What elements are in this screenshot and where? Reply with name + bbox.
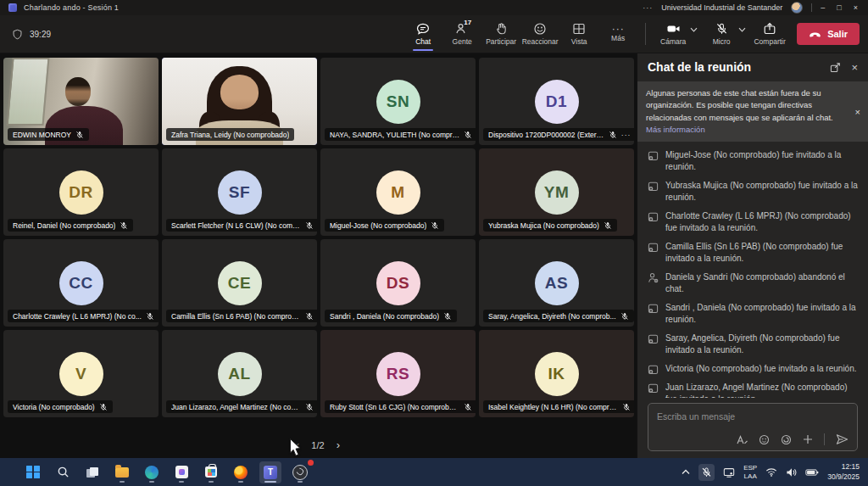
attach-plus-icon[interactable]	[803, 434, 813, 444]
wifi-icon[interactable]	[765, 467, 777, 477]
participant-name-label: Camilla Ellis (Sn L6 PAB) (No comproba..…	[166, 310, 317, 322]
system-message: Yubraska Mujica (No comprobado) fue invi…	[648, 180, 858, 204]
participant-tile[interactable]: CCCharlotte Crawley (L L6 MPRJ) (No co..…	[3, 239, 159, 327]
maximize-button[interactable]: □	[837, 3, 841, 12]
tray-cast-icon[interactable]	[723, 467, 735, 478]
smiley-icon	[533, 22, 547, 36]
participant-avatar: CE	[218, 261, 262, 305]
sticker-icon[interactable]	[781, 434, 792, 445]
participant-name-label: Dispositivo 1720DP000002 (Extern...···	[483, 128, 634, 141]
system-message: Daniela y Sandri (No comprobado) abandon…	[648, 271, 858, 295]
participant-tile[interactable]: SFScarlett Fletcher (N L6 CLW) (No comp.…	[162, 148, 317, 236]
share-button[interactable]: Compartir	[751, 17, 788, 51]
keyboard-layout[interactable]: ESPLAA	[743, 464, 757, 481]
account-name[interactable]: Universidad Industrial de Santander	[661, 3, 782, 12]
participant-tile[interactable]: CECamilla Ellis (Sn L6 PAB) (No comproba…	[162, 239, 317, 327]
battery-icon[interactable]	[805, 468, 819, 477]
send-icon[interactable]	[836, 433, 849, 445]
minimize-button[interactable]: –	[821, 3, 825, 12]
popout-chat-icon[interactable]	[830, 62, 841, 73]
tile-more-icon[interactable]: ···	[621, 131, 632, 139]
more-button[interactable]: ··· Más	[599, 17, 637, 51]
snipping-tool-icon[interactable]	[170, 461, 192, 483]
chat-button[interactable]: Chat	[404, 17, 442, 51]
participant-avatar: RS	[376, 352, 420, 396]
raise-hand-button[interactable]: Participar	[482, 17, 520, 51]
account-avatar[interactable]	[791, 2, 803, 14]
participant-tile[interactable]: MMiguel-Jose (No comprobado)	[320, 148, 476, 236]
chat-message-list[interactable]: Miguel-Jose (No comprobado) fue invitado…	[637, 142, 868, 398]
message-input-placeholder: Escriba un mensaje	[657, 411, 849, 422]
tray-mic-muted-icon[interactable]	[698, 464, 715, 481]
invite-icon	[648, 303, 659, 314]
participant-name-label: Saray, Angelica, Diyireth (No comprob...	[483, 310, 634, 322]
teams-app-icon	[8, 3, 17, 12]
participant-tile[interactable]: RSRuby Stott (Sn L6 CJG) (No comprobad..…	[320, 330, 476, 417]
participant-tile[interactable]: SNNAYA, SANDRA, YULIETH (No compro...	[320, 58, 476, 145]
mic-muted-icon	[431, 221, 439, 230]
store-icon[interactable]	[200, 461, 222, 483]
participant-tile[interactable]: VVictoria (No comprobado)	[3, 330, 159, 417]
mic-button[interactable]: Micro	[703, 17, 740, 51]
close-button[interactable]: ×	[854, 3, 858, 12]
page-next-icon[interactable]: ›	[337, 439, 340, 451]
format-icon[interactable]	[736, 434, 748, 445]
start-button[interactable]	[22, 461, 44, 483]
participant-tile[interactable]: YMYubraska Mujica (No comprobado)	[479, 148, 634, 236]
view-button[interactable]: Vista	[560, 17, 598, 51]
leave-button[interactable]: Salir	[797, 23, 860, 45]
participant-tile[interactable]: IKIsabel Keightley (N L6 HR) (No compro.…	[479, 330, 634, 417]
participant-tile[interactable]: EDWIN MONROY	[3, 58, 159, 145]
ellipsis-icon: ···	[612, 25, 625, 32]
shield-icon	[12, 29, 23, 40]
participant-avatar: SN	[376, 80, 420, 124]
task-view-icon[interactable]	[81, 461, 103, 483]
message-input[interactable]: Escriba un mensaje	[648, 403, 858, 451]
invite-icon	[648, 150, 659, 161]
mic-muted-icon	[464, 403, 472, 411]
participant-avatar: M	[376, 170, 420, 215]
system-message: Victoria (No comprobado) fue invitado a …	[648, 363, 858, 375]
teams-taskbar-icon[interactable]: T	[259, 461, 281, 483]
edge-icon[interactable]	[141, 461, 163, 483]
invite-icon	[648, 242, 659, 253]
search-icon[interactable]	[52, 461, 74, 483]
system-message: Camilla Ellis (Sn L6 PAB) (No comprobado…	[648, 241, 858, 265]
mic-muted-icon	[305, 312, 314, 321]
participant-tile[interactable]: D1Dispositivo 1720DP000002 (Extern...···	[479, 58, 634, 145]
participant-tile[interactable]: DSSandri , Daniela (No comprobado)	[320, 239, 476, 327]
divider	[811, 3, 812, 12]
file-explorer-icon[interactable]	[111, 461, 133, 483]
participant-name-label: NAYA, SANDRA, YULIETH (No compro...	[325, 128, 476, 141]
close-chat-icon[interactable]: ×	[851, 61, 858, 74]
participant-tile[interactable]: Zafra Triana, Leidy (No comprobado)	[162, 58, 317, 145]
volume-icon[interactable]	[786, 467, 797, 478]
dismiss-notice-icon[interactable]: ×	[855, 104, 860, 119]
participant-name-label: Reinel, Daniel (No comprobado)	[8, 219, 133, 232]
emoji-icon[interactable]	[759, 434, 770, 445]
react-button[interactable]: Reaccionar	[521, 17, 559, 51]
participant-name-label: Ruby Stott (Sn L6 CJG) (No comprobad...	[325, 400, 476, 413]
mas-informacion-link[interactable]: Más información	[646, 125, 705, 134]
mic-muted-icon	[464, 131, 472, 139]
obs-icon[interactable]	[289, 461, 311, 483]
taskbar-clock[interactable]: 12:1530/9/2025	[827, 462, 860, 481]
people-button[interactable]: 17 Gente	[443, 17, 481, 51]
titlebar-more-icon[interactable]: ···	[643, 3, 653, 12]
external-users-notice: Algunas personas de este chat están fuer…	[637, 81, 868, 142]
mic-muted-icon	[604, 221, 612, 230]
mic-muted-icon	[99, 403, 108, 411]
participant-tile[interactable]: DRReinel, Daniel (No comprobado)	[3, 148, 159, 236]
participant-name-label: Juan Lizarazo, Angel Martinez (No com...	[166, 400, 317, 413]
tray-chevron-icon[interactable]	[682, 469, 690, 475]
participant-tile[interactable]: ASSaray, Angelica, Diyireth (No comprob.…	[479, 239, 634, 327]
invite-icon	[648, 383, 659, 394]
mic-muted-icon	[620, 312, 629, 321]
mic-muted-icon	[146, 312, 154, 321]
participant-avatar: YM	[535, 170, 579, 215]
system-message: Saray, Angelica, Diyireth (No comprobado…	[648, 332, 858, 356]
participant-tile[interactable]: ALJuan Lizarazo, Angel Martinez (No com.…	[162, 330, 317, 417]
camera-button[interactable]: Cámara	[654, 17, 692, 51]
teams-meeting-window: Charlando ando - Sesión 1 ··· Universida…	[0, 0, 868, 486]
firefox-icon[interactable]	[230, 461, 252, 483]
